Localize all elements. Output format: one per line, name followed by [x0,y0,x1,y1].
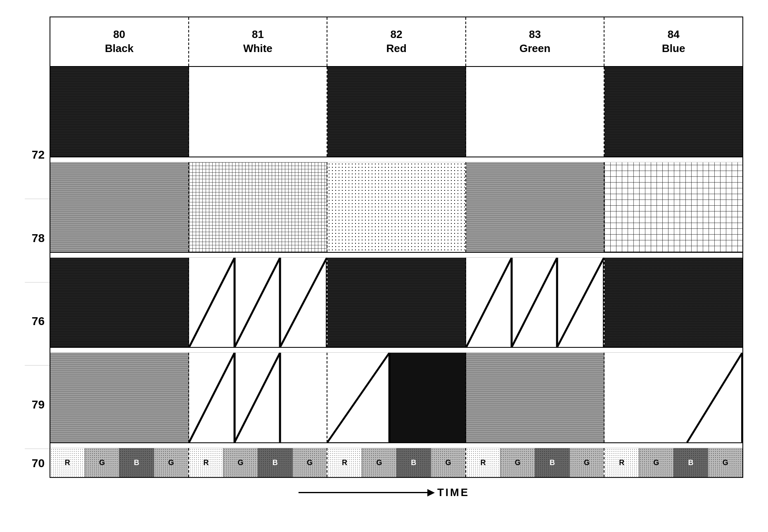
cell-78-80 [50,162,189,252]
cell-70-83: R G B G [466,448,605,477]
cell-79-84 [604,353,742,442]
mini-70-82-R: R [327,448,362,477]
time-arrow-line [299,492,431,493]
mini-70-80-G1: G [85,448,120,477]
mini-70-82-B: B [397,448,431,477]
chart-container: 72 78 76 79 70 80 Black 81 White 82 Red [0,0,768,532]
mini-70-84-R: R [604,448,639,477]
data-row-79 [50,353,742,443]
mini-70-80-R: R [50,448,85,477]
mini-70-80-G2: G [154,448,188,477]
cell-76-82 [327,258,466,347]
mini-70-82-G2: G [431,448,465,477]
row-label-78: 78 [25,199,50,278]
data-row-72 [50,67,742,157]
spacer-76-79 [50,348,742,353]
mini-70-81-B: B [258,448,293,477]
main-grid: 80 Black 81 White 82 Red 83 Green 84 Blu… [50,17,743,478]
row-label-70: 70 [25,449,50,478]
svg-line-8 [512,258,557,347]
svg-line-14 [235,353,280,442]
cell-76-81 [189,258,328,347]
mini-70-83-G1: G [500,448,535,477]
svg-line-2 [235,258,280,347]
data-row-76 [50,258,742,348]
row-label-72: 72 [25,116,50,194]
cell-70-82: R G B G [327,448,466,477]
cell-76-84 [604,258,742,347]
cell-72-83 [466,67,605,157]
cell-72-80 [50,67,189,157]
cell-72-84 [604,67,742,157]
cell-70-84: R G B G [604,448,742,477]
col-header-82: 82 Red [327,17,466,66]
col-header-80: 80 Black [50,17,189,66]
cell-78-83 [466,162,605,252]
data-row-78 [50,162,742,253]
svg-line-0 [189,258,235,347]
svg-line-6 [466,258,512,347]
row-label-76: 76 [25,283,50,361]
cell-79-80 [50,353,189,442]
mini-70-83-B: B [535,448,570,477]
mini-70-83-G2: G [570,448,604,477]
col-header-83: 83 Green [466,17,605,66]
row-label-79: 79 [25,366,50,444]
cell-79-82 [327,353,466,442]
data-row-70: R G B G R G B G R G B G [50,448,742,477]
cell-72-82 [327,67,466,157]
spacer-72-78 [50,157,742,162]
mini-70-82-G1: G [362,448,397,477]
cell-76-80 [50,258,189,347]
mini-70-84-G1: G [639,448,674,477]
cell-72-81 [189,67,328,157]
spacer-78-76 [50,253,742,258]
row-labels: 72 78 76 79 70 [25,17,50,478]
cell-78-84 [604,162,742,252]
col-headers: 80 Black 81 White 82 Red 83 Green 84 Blu… [50,17,742,67]
svg-line-12 [189,353,235,442]
time-arrow: TIME [299,486,469,499]
time-label: TIME [437,486,469,499]
col-header-81: 81 White [189,17,328,66]
mini-70-84-G2: G [708,448,742,477]
mini-70-83-R: R [466,448,501,477]
cell-79-83 [466,353,605,442]
svg-line-10 [557,258,604,347]
cell-70-80: R G B G [50,448,189,477]
mini-70-84-B: B [674,448,709,477]
mini-70-81-G2: G [293,448,327,477]
mini-70-81-G1: G [223,448,258,477]
cell-76-83 [466,258,605,347]
mini-70-81-R: R [189,448,224,477]
col-header-84: 84 Blue [604,17,742,66]
svg-line-4 [280,258,327,347]
cell-79-81 [189,353,328,442]
mini-70-80-B: B [119,448,154,477]
cell-78-82 [327,162,466,252]
grid-wrapper: 72 78 76 79 70 80 Black 81 White 82 Red [25,17,743,478]
cell-70-81: R G B G [189,448,328,477]
cell-78-81 [189,162,328,252]
spacer-79-70 [50,443,742,448]
